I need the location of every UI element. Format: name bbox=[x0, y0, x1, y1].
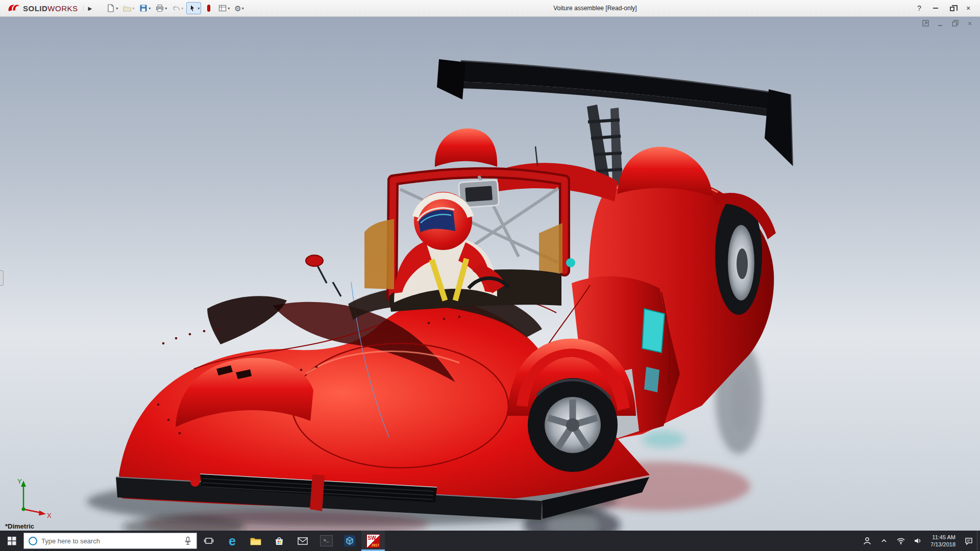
collapsed-panel-tab[interactable] bbox=[0, 270, 4, 286]
orientation-triad: Y X bbox=[4, 477, 53, 519]
solidworks-2017-button[interactable]: SW 2017 bbox=[361, 531, 385, 551]
x-axis-arrow bbox=[39, 511, 46, 516]
document-window-controls: × bbox=[921, 19, 974, 27]
task-view-icon bbox=[204, 536, 214, 545]
task-view-button[interactable] bbox=[197, 531, 220, 551]
file-explorer-icon bbox=[250, 536, 262, 546]
clock-time: 11:45 AM bbox=[932, 534, 955, 541]
dock-icon bbox=[922, 20, 929, 27]
people-button[interactable] bbox=[859, 531, 875, 551]
wifi-icon bbox=[896, 537, 905, 545]
doc-dock-button[interactable] bbox=[921, 19, 929, 27]
console-icon: >_ bbox=[320, 535, 333, 546]
edrawings-button[interactable] bbox=[338, 531, 361, 551]
graphics-viewport[interactable]: × Y X *Dimetric bbox=[0, 17, 980, 531]
solidworks-logo: SOLIDWORKS bbox=[4, 3, 81, 13]
doc-minimize-button[interactable] bbox=[936, 19, 944, 27]
search-input[interactable] bbox=[37, 537, 183, 545]
solidworks-app-icon: SW 2017 bbox=[366, 534, 380, 548]
quick-toolbar: ▾ ▾ ▾ ▾ bbox=[105, 2, 246, 14]
new-document-icon bbox=[106, 4, 115, 13]
appearance-icon bbox=[204, 4, 213, 13]
edge-icon: e bbox=[229, 534, 236, 548]
open-folder-icon bbox=[122, 4, 132, 13]
display-options-button[interactable]: ▾ bbox=[216, 2, 231, 14]
view-orientation-label: *Dimetric bbox=[5, 522, 34, 530]
mail-button[interactable] bbox=[291, 531, 314, 551]
show-desktop-button[interactable] bbox=[977, 531, 980, 551]
minimize-icon bbox=[933, 8, 938, 9]
close-button[interactable]: × bbox=[961, 2, 976, 15]
volume-button[interactable] bbox=[909, 531, 926, 551]
select-cursor-icon bbox=[188, 4, 197, 13]
save-button[interactable]: ▾ bbox=[137, 2, 152, 14]
solidworks-window: SOLIDWORKS ▶ ▾ ▾ ▾ bbox=[0, 0, 980, 551]
minimize-button[interactable] bbox=[928, 2, 943, 15]
doc-minimize-icon bbox=[937, 20, 943, 27]
model-scene[interactable] bbox=[0, 17, 980, 531]
chevron-up-icon bbox=[880, 537, 888, 545]
settings-button[interactable]: ⚙ ▾ bbox=[233, 3, 245, 14]
speaker-icon bbox=[913, 536, 922, 545]
file-explorer-button[interactable] bbox=[244, 531, 267, 551]
taskbar-clock[interactable]: 11:45 AM 7/13/2018 bbox=[926, 531, 960, 551]
cortana-icon bbox=[29, 537, 37, 545]
y-axis-label: Y bbox=[17, 478, 22, 485]
system-tray: 11:45 AM 7/13/2018 bbox=[859, 531, 980, 551]
console-button[interactable]: >_ bbox=[314, 531, 338, 551]
appearance-button[interactable] bbox=[203, 2, 215, 14]
save-icon bbox=[139, 4, 148, 13]
x-axis-label: X bbox=[47, 512, 52, 519]
undo-button[interactable]: ▾ bbox=[170, 2, 185, 14]
windows-taskbar: e >_ bbox=[0, 531, 980, 551]
clock-date: 7/13/2018 bbox=[930, 541, 955, 548]
menu-expand-arrow-icon[interactable]: ▶ bbox=[83, 6, 97, 11]
window-controls: ? × bbox=[912, 2, 976, 15]
store-icon bbox=[274, 536, 285, 546]
solidworks-logo-icon bbox=[7, 3, 20, 13]
action-center-button[interactable] bbox=[960, 531, 977, 551]
people-icon bbox=[863, 536, 872, 545]
help-button[interactable]: ? bbox=[912, 2, 927, 15]
select-button[interactable]: ▾ bbox=[186, 2, 201, 14]
print-button[interactable]: ▾ bbox=[154, 2, 168, 14]
doc-close-button[interactable]: × bbox=[966, 19, 974, 27]
restore-icon bbox=[950, 7, 954, 11]
windows-logo-icon bbox=[8, 537, 16, 545]
window-title: Voiture assemblee [Read-only] bbox=[553, 0, 636, 17]
edge-button[interactable]: e bbox=[220, 531, 244, 551]
open-button[interactable]: ▾ bbox=[121, 2, 136, 14]
gear-icon: ⚙ bbox=[234, 5, 241, 12]
z-axis-dot bbox=[22, 508, 26, 511]
titlebar: SOLIDWORKS ▶ ▾ ▾ ▾ bbox=[0, 0, 980, 17]
network-button[interactable] bbox=[892, 531, 909, 551]
action-center-icon bbox=[964, 536, 973, 545]
edrawings-cube-icon bbox=[344, 535, 356, 547]
doc-restore-icon bbox=[952, 20, 959, 27]
new-document-button[interactable]: ▾ bbox=[105, 2, 119, 14]
store-button[interactable] bbox=[267, 531, 291, 551]
print-icon bbox=[155, 4, 164, 13]
taskbar-search[interactable] bbox=[23, 533, 197, 549]
mail-icon bbox=[297, 536, 308, 545]
microphone-icon[interactable] bbox=[183, 536, 192, 545]
brand-text: SOLIDWORKS bbox=[23, 4, 78, 13]
doc-restore-button[interactable] bbox=[951, 19, 959, 27]
display-options-icon bbox=[218, 4, 227, 13]
undo-icon bbox=[172, 4, 181, 13]
restore-button[interactable] bbox=[944, 2, 960, 15]
hidden-icons-button[interactable] bbox=[875, 531, 892, 551]
start-button[interactable] bbox=[0, 531, 23, 551]
